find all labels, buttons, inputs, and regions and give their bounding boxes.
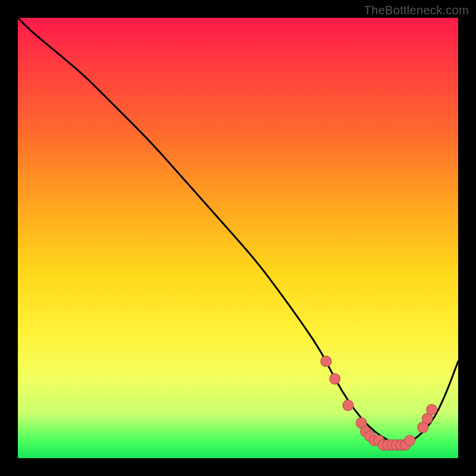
curve-marker-dot xyxy=(321,356,331,367)
chart-stage: TheBottleneck.com xyxy=(0,0,476,476)
plot-area xyxy=(18,18,458,458)
bottleneck-curve-path xyxy=(18,18,458,444)
curve-marker-dot xyxy=(427,405,437,415)
curve-marker-dot xyxy=(343,400,353,411)
watermark-text: TheBottleneck.com xyxy=(364,4,469,17)
curve-marker-dot xyxy=(330,374,340,384)
curve-marker-dot xyxy=(405,436,415,446)
curve-svg xyxy=(18,18,458,458)
